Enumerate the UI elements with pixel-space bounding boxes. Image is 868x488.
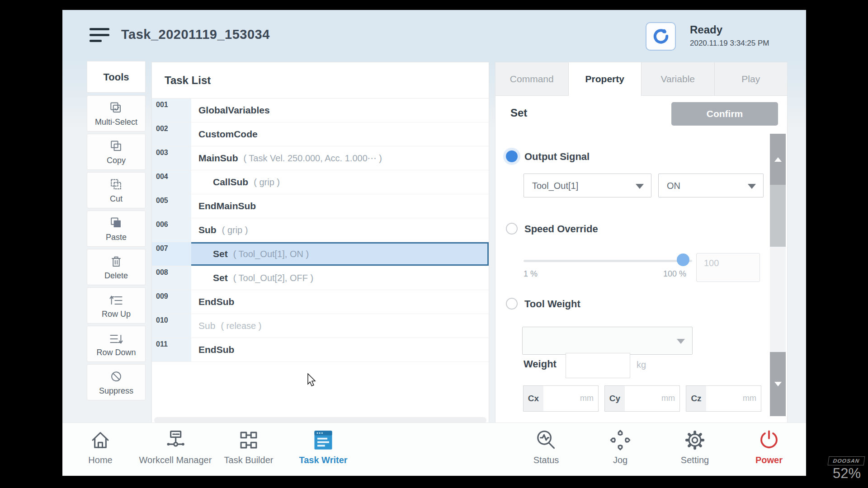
tools-sidebar: Tools Multi-Select Copy Cut [87,61,146,403]
task-builder-icon [237,428,260,452]
tools-title: Tools [87,61,146,93]
scroll-down-button[interactable] [770,352,786,416]
setting-icon [683,428,707,452]
task-row-003[interactable]: 003 MainSub( Task Vel. 250.000, Acc. 1.0… [152,146,489,170]
task-row-002[interactable]: 002 CustomCode [152,122,489,146]
status-icon [534,428,558,452]
doosan-logo: DOOSAN [828,456,865,465]
row-up-button[interactable]: Row Up [87,287,146,324]
bottom-nav: Home Workcell Manager Task Build [62,422,806,476]
app-window: Task_20201119_153034 Ready 2020.11.19 3:… [62,10,806,476]
chevron-down-icon [677,339,685,344]
weight-unit: kg [637,360,646,370]
task-row-001[interactable]: 001 GlobalVariables [152,99,489,122]
output-signal-label: Output Signal [524,151,590,163]
tool-weight-radio[interactable] [506,298,518,310]
tab-command[interactable]: Command [495,62,569,96]
vertical-scrollbar[interactable] [770,134,786,416]
chevron-down-icon [748,184,756,189]
task-list-panel: Task List 001 GlobalVariables 002 Custom… [151,62,489,427]
multi-select-button[interactable]: Multi-Select [87,95,146,131]
scrollbar-track[interactable] [770,247,786,352]
speed-slider-knob[interactable] [677,253,689,266]
task-row-008[interactable]: 008 Set( Tool_Out[2], OFF ) [152,266,489,290]
output-signal-radio[interactable] [506,150,518,162]
scroll-up-button[interactable] [770,134,786,185]
robot-ready-icon [651,27,671,47]
workcell-manager-icon [164,428,187,452]
weight-field[interactable] [566,353,630,378]
task-row-011[interactable]: 011 EndSub [152,338,489,362]
command-name: Set [510,107,527,119]
copy-button[interactable]: Copy [87,134,146,170]
screen: Task_20201119_153034 Ready 2020.11.19 3:… [0,0,868,488]
task-row-005[interactable]: 005 EndMainSub [152,194,489,218]
arrow-down-icon [774,382,782,386]
task-writer-icon [311,428,335,452]
robot-state-label: Ready [690,23,722,36]
confirm-button[interactable]: Confirm [671,102,778,126]
tab-property[interactable]: Property [569,62,642,96]
jog-icon [609,428,632,452]
tool-weight-label: Tool Weight [524,298,580,310]
datetime-label: 2020.11.19 3:34:25 PM [690,39,769,48]
paste-icon [108,216,124,232]
page-title: Task_20201119_153034 [121,27,270,42]
task-row-006[interactable]: 006 Sub( grip ) [152,218,489,242]
multi-select-icon [108,100,124,117]
tool-weight-dropdown[interactable] [522,327,693,355]
cut-button[interactable]: Cut [87,172,146,208]
power-icon [757,428,781,452]
row-up-icon [108,292,124,309]
slider-max-label: 100 % [663,269,686,279]
chevron-down-icon [636,184,644,189]
task-row-010[interactable]: 010 Sub( release ) [152,314,489,338]
paste-button[interactable]: Paste [87,211,146,247]
delete-icon [108,254,124,270]
slider-min-label: 1 % [524,269,538,279]
task-row-009[interactable]: 009 EndSub [152,290,489,314]
cy-field[interactable]: Cy mm [604,385,680,412]
cx-field[interactable]: Cx mm [523,385,599,412]
mouse-cursor [307,373,319,387]
signal-dropdown[interactable]: Tool_Out[1] [524,174,651,197]
tab-variable[interactable]: Variable [642,62,715,96]
weight-label: Weight [524,358,557,370]
task-row-004[interactable]: 004 CallSub( grip ) [152,170,489,194]
scrollbar-thumb[interactable] [770,185,786,247]
row-down-icon [108,331,124,347]
suppress-icon [108,369,124,385]
nav-task-writer[interactable]: Task Writer [276,428,371,465]
zoom-percent-label: 52% [829,465,865,482]
cut-icon [108,177,124,193]
cz-field[interactable]: Cz mm [686,385,761,412]
robot-status-button[interactable] [646,22,676,51]
header: Task_20201119_153034 Ready 2020.11.19 3:… [62,10,806,62]
property-panel: Command Property Variable Play Set Confi… [495,62,788,427]
task-list-title: Task List [152,62,489,99]
nav-power[interactable]: Power [722,428,816,465]
panel-tabs: Command Property Variable Play [495,62,787,96]
speed-slider-track[interactable] [524,260,692,262]
speed-override-label: Speed Override [524,223,598,235]
delete-button[interactable]: Delete [87,249,146,285]
arrow-up-icon [774,157,782,162]
speed-value-field[interactable]: 100 [696,253,760,282]
tab-play[interactable]: Play [715,62,788,96]
home-icon [89,428,112,452]
suppress-button[interactable]: Suppress [87,364,146,400]
copy-icon [108,139,124,155]
speed-override-radio[interactable] [506,223,518,235]
task-row-007-selected[interactable]: 007 Set( Tool_Out[1], ON ) [152,242,489,266]
signal-state-dropdown[interactable]: ON [658,174,764,197]
menu-icon[interactable] [90,28,110,45]
row-down-button[interactable]: Row Down [87,326,146,362]
